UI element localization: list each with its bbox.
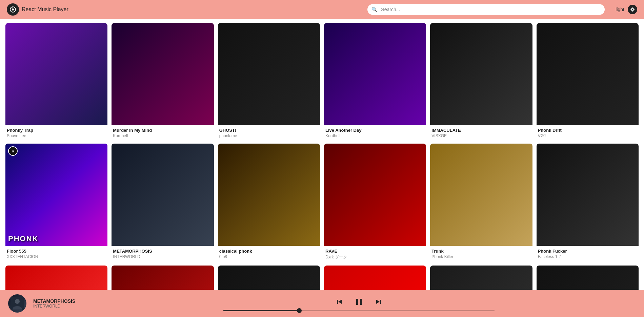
song-artist: Suave Lee bbox=[7, 133, 106, 138]
card-info: Phonk Fucker Faceless 1-7 bbox=[537, 246, 639, 260]
card-info: Live Another Day Kordhell bbox=[324, 125, 426, 140]
song-title: classical phonk bbox=[219, 249, 319, 254]
player-song-title: METAMORPHOSIS bbox=[33, 298, 75, 304]
progress-bar[interactable] bbox=[223, 310, 495, 311]
svg-rect-6 bbox=[337, 300, 338, 304]
card-info: Floor 555 XXXTENTACION bbox=[5, 246, 107, 260]
search-icon: 🔍 bbox=[371, 7, 377, 12]
header: React Music Player 🔍 light bbox=[0, 0, 644, 19]
main-content: Phonky Trap Suave Lee Murder In My Mind … bbox=[0, 19, 644, 317]
song-title: Murder In My Mind bbox=[113, 128, 212, 133]
song-artist: phonk.me bbox=[219, 133, 319, 138]
svg-point-1 bbox=[12, 8, 14, 10]
album-art bbox=[112, 23, 214, 125]
app-title: React Music Player bbox=[22, 6, 68, 13]
theme-toggle-button[interactable] bbox=[628, 5, 637, 14]
music-card[interactable]: GHOST! phonk.me bbox=[218, 23, 320, 140]
header-right: light bbox=[616, 5, 637, 14]
album-art bbox=[324, 23, 426, 125]
logo-icon bbox=[7, 3, 19, 16]
album-art bbox=[112, 144, 214, 246]
song-artist: VØJ bbox=[538, 133, 637, 138]
progress-thumb bbox=[297, 308, 302, 313]
control-buttons bbox=[334, 296, 384, 308]
music-card[interactable]: ◉ PHONK Floor 555 XXXTENTACION bbox=[5, 144, 107, 261]
song-artist: INTERWORLD bbox=[113, 254, 212, 259]
card-info: Murder In My Mind Kordhell bbox=[112, 125, 214, 140]
song-title: RAVE bbox=[325, 249, 425, 254]
album-art bbox=[5, 23, 107, 125]
album-art bbox=[324, 144, 426, 246]
album-art bbox=[537, 23, 639, 125]
song-artist: 0to8 bbox=[219, 254, 319, 259]
song-artist: VISXGE bbox=[431, 133, 531, 138]
card-info: Phonk Drift VØJ bbox=[537, 125, 639, 140]
svg-marker-9 bbox=[376, 300, 380, 304]
song-title: Phonky Trap bbox=[7, 128, 106, 133]
album-art bbox=[537, 144, 639, 246]
song-title: Trunk bbox=[431, 249, 531, 254]
music-card[interactable]: Live Another Day Kordhell bbox=[324, 23, 426, 140]
music-card[interactable]: Trunk Phonk Killer bbox=[430, 144, 532, 261]
song-artist: Dxrk ダーク bbox=[325, 254, 425, 260]
card-info: Trunk Phonk Killer bbox=[430, 246, 532, 260]
player-info: METAMORPHOSIS INTERWORLD bbox=[33, 298, 75, 309]
song-title: Phonk Drift bbox=[538, 128, 637, 133]
card-info: RAVE Dxrk ダーク bbox=[324, 246, 426, 261]
song-artist: Kordhell bbox=[113, 133, 212, 138]
music-card[interactable]: Phonk Fucker Faceless 1-7 bbox=[537, 144, 639, 261]
svg-marker-5 bbox=[338, 300, 342, 304]
song-title: Live Another Day bbox=[325, 128, 425, 133]
player-bar: METAMORPHOSIS INTERWORLD bbox=[0, 290, 644, 317]
player-controls bbox=[82, 296, 636, 311]
album-art bbox=[430, 23, 532, 125]
album-art bbox=[218, 144, 320, 246]
song-artist: Kordhell bbox=[325, 133, 425, 138]
search-area: 🔍 bbox=[367, 4, 605, 15]
next-button[interactable] bbox=[373, 296, 384, 307]
music-card[interactable]: Phonky Trap Suave Lee bbox=[5, 23, 107, 140]
music-card[interactable]: RAVE Dxrk ダーク bbox=[324, 144, 426, 261]
song-artist: Phonk Killer bbox=[431, 254, 531, 259]
progress-fill bbox=[223, 310, 299, 311]
song-artist: Faceless 1-7 bbox=[538, 254, 637, 259]
prev-button[interactable] bbox=[334, 296, 345, 307]
song-artist: XXXTENTACION bbox=[7, 254, 106, 259]
song-title: METAMORPHOSIS bbox=[113, 249, 212, 254]
search-input[interactable] bbox=[367, 4, 605, 15]
player-artist: INTERWORLD bbox=[33, 304, 75, 309]
card-info: GHOST! phonk.me bbox=[218, 125, 320, 140]
svg-point-4 bbox=[15, 299, 20, 304]
svg-rect-7 bbox=[356, 299, 358, 305]
card-info: IMMACULATE VISXGE bbox=[430, 125, 532, 140]
logo-area: React Music Player bbox=[7, 3, 68, 16]
card-info: Phonky Trap Suave Lee bbox=[5, 125, 107, 140]
album-art: ◉ PHONK bbox=[5, 144, 107, 246]
music-card[interactable]: IMMACULATE VISXGE bbox=[430, 23, 532, 140]
svg-rect-8 bbox=[360, 299, 362, 305]
music-card[interactable]: METAMORPHOSIS INTERWORLD bbox=[112, 144, 214, 261]
svg-rect-10 bbox=[380, 300, 381, 304]
music-card[interactable]: classical phonk 0to8 bbox=[218, 144, 320, 261]
song-title: GHOST! bbox=[219, 128, 319, 133]
song-title: Floor 555 bbox=[7, 249, 106, 254]
music-card[interactable]: Phonk Drift VØJ bbox=[537, 23, 639, 140]
theme-label: light bbox=[616, 7, 624, 12]
album-art bbox=[430, 144, 532, 246]
pause-button[interactable] bbox=[353, 296, 365, 308]
player-avatar bbox=[8, 294, 26, 313]
card-info: classical phonk 0to8 bbox=[218, 246, 320, 260]
music-grid: Phonky Trap Suave Lee Murder In My Mind … bbox=[5, 19, 639, 317]
card-info: METAMORPHOSIS INTERWORLD bbox=[112, 246, 214, 260]
album-art bbox=[218, 23, 320, 125]
song-title: Phonk Fucker bbox=[538, 249, 637, 254]
song-title: IMMACULATE bbox=[431, 128, 531, 133]
music-card[interactable]: Murder In My Mind Kordhell bbox=[112, 23, 214, 140]
